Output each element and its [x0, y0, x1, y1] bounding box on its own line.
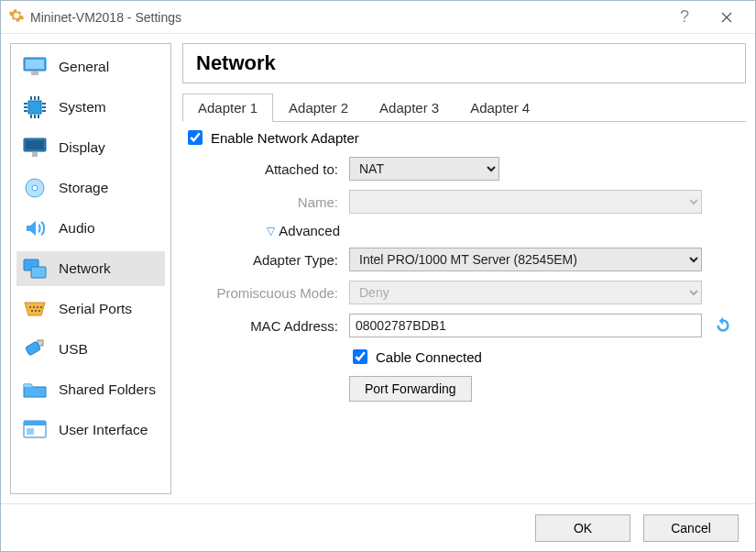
settings-window: Mininet-VM2018 - Settings ? General Syst… — [0, 0, 756, 552]
svg-point-29 — [31, 310, 33, 312]
cable-connected-checkbox[interactable] — [353, 349, 367, 364]
svg-rect-5 — [28, 101, 41, 114]
sidebar: General System Display Storage — [10, 43, 171, 494]
adapter-type-label: Adapter Type: — [184, 252, 340, 268]
name-select — [349, 190, 702, 214]
sidebar-item-audio[interactable]: Audio — [16, 211, 165, 246]
display-icon — [22, 135, 48, 160]
mac-address-label: MAC Address: — [184, 318, 340, 334]
folder-icon — [22, 377, 48, 403]
sidebar-item-storage[interactable]: Storage — [16, 171, 165, 205]
svg-point-22 — [32, 185, 38, 191]
gear-icon — [8, 7, 25, 27]
sidebar-item-label: Network — [59, 260, 111, 277]
svg-point-31 — [38, 310, 40, 312]
promiscuous-mode-label: Promiscuous Mode: — [184, 285, 340, 301]
caret-down-icon: ▽ — [267, 225, 275, 237]
port-forwarding-cell: Port Forwarding — [349, 376, 702, 402]
cable-connected-wrap[interactable]: Cable Connected — [349, 347, 702, 367]
adapter-type-select[interactable]: Intel PRO/1000 MT Server (82545EM) — [349, 248, 702, 271]
network-icon — [22, 256, 48, 282]
serial-port-icon — [22, 296, 48, 322]
adapter-form: Enable Network Adapter Attached to: NAT … — [182, 122, 746, 402]
attached-to-select[interactable]: NAT — [349, 157, 499, 181]
tab-adapter-3[interactable]: Adapter 3 — [364, 94, 455, 122]
refresh-mac-button[interactable] — [711, 314, 735, 337]
title-bar: Mininet-VM2018 - Settings ? — [1, 1, 755, 34]
body: General System Display Storage — [1, 34, 755, 503]
sidebar-item-system[interactable]: System — [16, 90, 165, 125]
svg-point-27 — [37, 306, 38, 308]
tab-adapter-1[interactable]: Adapter 1 — [182, 94, 273, 122]
page-title: Network — [182, 43, 746, 83]
adapter-tabs: Adapter 1 Adapter 2 Adapter 3 Adapter 4 — [182, 93, 746, 122]
sidebar-item-display[interactable]: Display — [16, 130, 165, 165]
window-title: Mininet-VM2018 - Settings — [30, 10, 181, 25]
sidebar-item-label: Shared Folders — [59, 381, 156, 398]
enable-adapter-label: Enable Network Adapter — [211, 130, 359, 146]
mac-address-input[interactable] — [349, 314, 702, 337]
port-forwarding-button[interactable]: Port Forwarding — [349, 376, 472, 402]
speaker-icon — [22, 215, 48, 241]
sidebar-item-label: Serial Ports — [59, 301, 132, 317]
usb-icon — [22, 337, 48, 362]
sidebar-item-general[interactable]: General — [16, 50, 165, 84]
tab-adapter-4[interactable]: Adapter 4 — [455, 94, 545, 122]
svg-point-28 — [40, 306, 42, 308]
name-label: Name: — [184, 194, 340, 210]
svg-rect-3 — [26, 60, 44, 69]
sidebar-item-label: System — [59, 99, 106, 116]
sidebar-item-label: Audio — [59, 220, 95, 237]
close-button[interactable] — [706, 5, 748, 30]
svg-rect-24 — [31, 267, 46, 278]
sidebar-item-label: USB — [59, 341, 88, 358]
enable-adapter-checkbox[interactable] — [188, 130, 203, 145]
advanced-toggle[interactable]: ▽ Advanced — [184, 223, 340, 238]
monitor-icon — [22, 54, 48, 80]
sidebar-item-serial-ports[interactable]: Serial Ports — [16, 292, 165, 326]
svg-rect-35 — [24, 421, 46, 425]
sidebar-item-label: User Interface — [59, 422, 148, 438]
sidebar-item-shared-folders[interactable]: Shared Folders — [16, 372, 165, 407]
attached-to-cell: NAT — [349, 157, 702, 181]
ui-icon — [22, 417, 48, 443]
sidebar-item-label: Storage — [59, 180, 108, 196]
chip-icon — [22, 94, 48, 120]
svg-rect-36 — [27, 428, 34, 435]
svg-rect-20 — [32, 152, 38, 157]
sidebar-item-label: Display — [59, 139, 105, 156]
svg-rect-4 — [31, 72, 38, 75]
cable-connected-label: Cable Connected — [376, 349, 482, 365]
svg-point-30 — [35, 310, 37, 312]
dialog-footer: OK Cancel — [1, 503, 755, 551]
svg-point-26 — [33, 306, 35, 308]
enable-adapter-row: Enable Network Adapter — [184, 127, 742, 148]
disk-icon — [22, 175, 48, 201]
sidebar-item-label: General — [59, 59, 109, 75]
ok-button[interactable]: OK — [535, 514, 630, 542]
svg-rect-19 — [26, 140, 44, 149]
attached-to-label: Attached to: — [184, 161, 340, 177]
advanced-label: Advanced — [279, 223, 340, 238]
svg-point-25 — [29, 306, 31, 308]
sidebar-item-user-interface[interactable]: User Interface — [16, 413, 165, 447]
content-pane: Network Adapter 1 Adapter 2 Adapter 3 Ad… — [182, 43, 746, 494]
sidebar-item-usb[interactable]: USB — [16, 332, 165, 367]
help-button[interactable]: ? — [663, 5, 706, 30]
promiscuous-mode-select: Deny — [349, 281, 702, 304]
enable-adapter-checkbox-wrap[interactable]: Enable Network Adapter — [184, 127, 359, 148]
window-title-wrap: Mininet-VM2018 - Settings — [8, 7, 663, 27]
cancel-button[interactable]: Cancel — [643, 514, 739, 542]
tab-adapter-2[interactable]: Adapter 2 — [273, 94, 364, 122]
page-inner: Adapter 1 Adapter 2 Adapter 3 Adapter 4 … — [182, 93, 746, 494]
sidebar-item-network[interactable]: Network — [16, 251, 165, 286]
